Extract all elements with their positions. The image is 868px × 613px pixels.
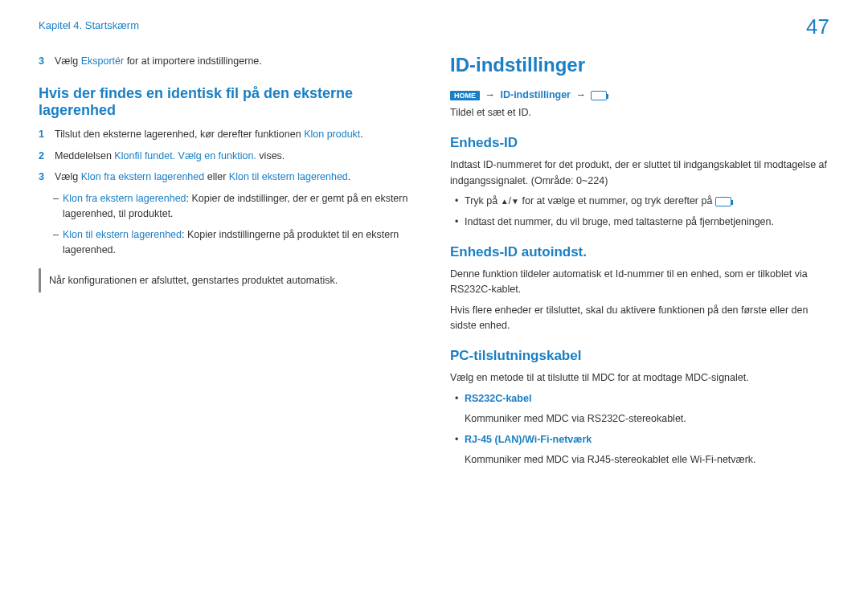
step-3: 3 Vælg Klon fra ekstern lagerenhed eller…: [39, 170, 418, 185]
step-text: Vælg Eksportér for at importere indstill…: [55, 54, 262, 69]
body-text: Denne funktion tildeler automatisk et Id…: [450, 267, 829, 298]
remote-enter-icon: [715, 197, 731, 206]
highlight-rj45: RJ-45 (LAN)/Wi-Fi-netværk: [465, 434, 592, 445]
step-text: Tilslut den eksterne lagerenhed, kør der…: [55, 127, 363, 142]
highlight-klon-produkt: Klon produkt: [304, 129, 360, 140]
sub-bullet-klon-fra: Klon fra ekstern lagerenhed: Kopier de i…: [39, 191, 418, 223]
subheading-identical-file: Hvis der findes en identisk fil på den e…: [39, 85, 418, 119]
step-number: 2: [39, 149, 48, 164]
highlight-rs232c: RS232C-kabel: [465, 393, 531, 404]
step-3-export: 3 Vælg Eksportér for at importere indsti…: [39, 54, 418, 69]
step-number: 3: [39, 54, 48, 69]
up-arrow-icon: ▲: [501, 197, 509, 206]
down-arrow-icon: ▼: [511, 197, 519, 206]
highlight: Klon til ekstern lagerenhed: [63, 229, 182, 240]
highlight-klonfil-fundet: Klonfil fundet. Vælg en funktion.: [114, 150, 256, 161]
step-text: Vælg Klon fra ekstern lagerenhed eller K…: [55, 170, 350, 185]
highlight-klon-fra: Klon fra ekstern lagerenhed: [81, 171, 205, 182]
arrow-icon: →: [485, 89, 495, 100]
left-column: 3 Vælg Eksportér for at importere indsti…: [39, 54, 418, 472]
body-text: Tildel et sæt et ID.: [450, 105, 829, 121]
page-number: 47: [806, 14, 829, 39]
body-text: Kommuniker med MDC via RS232C-stereokabl…: [450, 411, 829, 427]
step-2: 2 Meddelelsen Klonfil fundet. Vælg en fu…: [39, 149, 418, 164]
navigation-path: HOME → ID-indstillinger →: [450, 89, 829, 100]
bullet-rj45: RJ-45 (LAN)/Wi-Fi-netværk: [450, 432, 829, 447]
bullet-tryk-pa: Tryk på ▲/▼ for at vælge et nummer, og t…: [450, 194, 829, 209]
highlight-eksporter: Eksportér: [81, 55, 125, 67]
step-text: Meddelelsen Klonfil fundet. Vælg en funk…: [55, 149, 285, 164]
highlight: Klon fra ekstern lagerenhed: [63, 193, 186, 204]
highlight-klon-til: Klon til ekstern lagerenhed: [229, 171, 348, 182]
arrow-icon: →: [575, 89, 586, 100]
bullet-indtast: Indtast det nummer, du vil bruge, med ta…: [450, 215, 829, 230]
bullet-rs232c: RS232C-kabel: [450, 391, 829, 407]
note-box: Når konfigurationen er afsluttet, gensta…: [39, 268, 418, 292]
body-text: Vælg en metode til at tilslutte til MDC …: [450, 370, 829, 386]
remote-enter-icon: [591, 91, 607, 100]
subheading-enheds-id-auto: Enheds-ID autoindst.: [450, 244, 829, 260]
right-column: ID-indstillinger HOME → ID-indstillinger…: [450, 54, 829, 472]
chapter-heading: Kapitel 4. Startskærm: [39, 19, 829, 31]
body-text: Hvis flere enheder er tilsluttet, skal d…: [450, 303, 829, 334]
step-1: 1 Tilslut den eksterne lagerenhed, kør d…: [39, 127, 418, 142]
sub-bullet-klon-til: Klon til ekstern lagerenhed: Kopier inds…: [39, 227, 418, 259]
section-heading-id-indstillinger: ID-indstillinger: [450, 54, 829, 76]
body-text: Kommuniker med MDC via RJ45-stereokablet…: [450, 452, 829, 468]
two-column-layout: 3 Vælg Eksportér for at importere indsti…: [39, 54, 829, 472]
step-number: 1: [39, 127, 48, 142]
subheading-pc-kabel: PC-tilslutningskabel: [450, 348, 829, 364]
subheading-enheds-id: Enheds-ID: [450, 135, 829, 151]
home-badge-icon: HOME: [450, 91, 480, 100]
body-text: Indtast ID-nummeret for det produkt, der…: [450, 157, 829, 189]
nav-id-indstillinger: ID-indstillinger: [500, 89, 571, 100]
step-number: 3: [39, 170, 48, 185]
